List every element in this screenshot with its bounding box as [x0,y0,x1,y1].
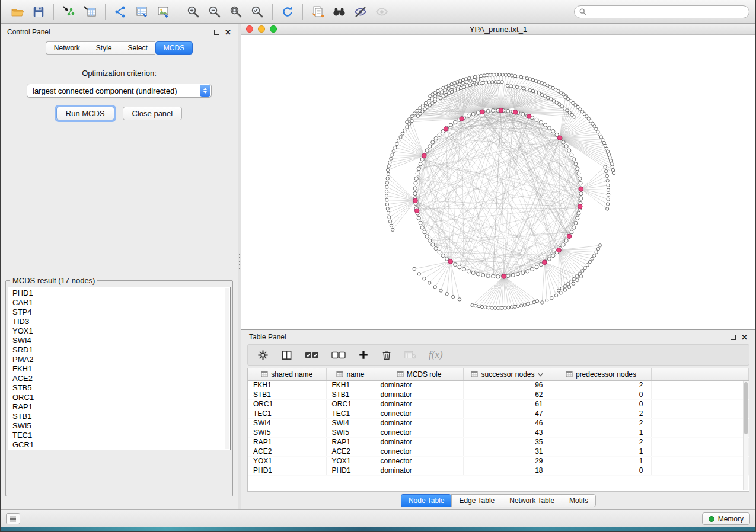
deselect-all-button[interactable] [331,350,346,360]
network-leaf-node[interactable] [606,150,609,153]
network-leaf-node[interactable] [489,73,492,76]
search-box[interactable] [574,5,749,18]
network-leaf-node[interactable] [504,73,507,76]
network-leaf-node[interactable] [572,282,575,285]
result-list-item[interactable]: SWI5 [8,421,230,431]
network-node[interactable] [506,109,510,113]
network-leaf-node[interactable] [425,101,428,104]
network-hub-node[interactable] [557,248,562,252]
network-leaf-node[interactable] [422,104,425,107]
network-node[interactable] [516,273,519,276]
network-leaf-node[interactable] [544,95,547,98]
network-leaf-node[interactable] [554,294,557,297]
network-node[interactable] [441,254,445,257]
tab-network-table[interactable]: Network Table [502,494,562,507]
network-leaf-node[interactable] [477,75,480,78]
network-leaf-node[interactable] [563,289,566,291]
network-leaf-node[interactable] [588,260,591,263]
network-leaf-node[interactable] [403,129,406,132]
network-hub-node[interactable] [422,153,427,158]
network-leaf-node[interactable] [607,188,610,191]
network-leaf-node[interactable] [519,75,522,78]
network-node[interactable] [445,257,449,261]
network-leaf-node[interactable] [595,251,598,254]
network-leaf-node[interactable] [399,136,402,139]
window-close-icon[interactable] [246,25,253,33]
network-node[interactable] [420,226,424,229]
network-node[interactable] [486,109,490,113]
network-node[interactable] [543,123,547,127]
table-row[interactable]: STB1STB1dominator620 [248,390,749,399]
network-leaf-node[interactable] [583,267,586,270]
network-node[interactable] [425,149,429,152]
network-leaf-node[interactable] [410,115,413,118]
network-leaf-node[interactable] [473,79,476,82]
network-leaf-node[interactable] [445,292,448,295]
save-button[interactable] [28,3,49,21]
network-hub-node[interactable] [444,127,448,132]
criterion-select[interactable]: largest connected component (undirected) [27,84,212,98]
network-leaf-node[interactable] [516,305,519,307]
network-node[interactable] [419,221,422,225]
network-leaf-node[interactable] [452,295,455,298]
panel-splitter[interactable] [238,24,241,509]
network-node[interactable] [449,123,452,127]
network-leaf-node[interactable] [523,303,526,306]
network-node[interactable] [414,181,417,185]
close-panel-button[interactable]: Close panel [123,107,183,120]
table-scrollbar[interactable] [743,381,748,490]
network-node[interactable] [535,118,538,121]
result-list-item[interactable]: STB1 [8,412,230,421]
network-leaf-node[interactable] [528,78,531,81]
network-hub-node[interactable] [448,259,453,264]
network-leaf-node[interactable] [491,81,494,84]
network-leaf-node[interactable] [609,159,612,162]
network-leaf-node[interactable] [390,224,393,227]
network-leaf-node[interactable] [453,89,456,92]
network-leaf-node[interactable] [451,85,454,88]
network-node[interactable] [570,153,573,156]
result-list-item[interactable]: YOX1 [8,326,230,336]
network-leaf-node[interactable] [497,80,500,83]
network-leaf-node[interactable] [567,286,570,289]
network-leaf-node[interactable] [520,304,523,307]
network-leaf-node[interactable] [606,207,609,210]
network-leaf-node[interactable] [433,95,436,98]
result-list-item[interactable]: FKH1 [8,364,230,374]
network-node[interactable] [471,112,475,116]
network-leaf-node[interactable] [428,281,431,284]
network-leaf-node[interactable] [581,269,584,272]
network-leaf-node[interactable] [525,77,528,80]
network-leaf-node[interactable] [519,86,522,89]
refresh-view-button[interactable] [277,3,298,21]
panel-list-button[interactable] [6,513,20,524]
network-leaf-node[interactable] [611,165,614,168]
network-leaf-node[interactable] [387,172,390,175]
network-leaf-node[interactable] [606,203,609,206]
network-leaf-node[interactable] [386,177,389,180]
network-leaf-node[interactable] [439,289,442,292]
export-table-button[interactable] [131,3,152,21]
float-panel-icon[interactable] [214,30,219,35]
network-node[interactable] [576,167,579,171]
network-leaf-node[interactable] [522,87,525,90]
zoom-fit-button[interactable] [225,3,247,21]
network-hub-node[interactable] [578,204,583,209]
network-leaf-node[interactable] [486,73,489,76]
close-panel-icon[interactable]: ✕ [225,28,231,36]
network-leaf-node[interactable] [468,84,471,86]
network-leaf-node[interactable] [465,81,468,84]
network-hub-node[interactable] [513,110,518,115]
network-leaf-node[interactable] [525,88,528,91]
network-node[interactable] [577,172,580,175]
network-leaf-node[interactable] [598,244,601,247]
network-leaf-node[interactable] [395,142,398,145]
table-row[interactable]: RAP1RAP1dominator352 [248,437,749,447]
network-leaf-node[interactable] [607,184,610,187]
table-row[interactable]: SWI5SWI5connector431 [248,428,749,437]
result-list-item[interactable]: ACE2 [8,374,230,383]
network-leaf-node[interactable] [490,306,493,309]
table-scrollbar-thumb[interactable] [744,382,748,434]
network-leaf-node[interactable] [390,157,393,160]
window-minimize-icon[interactable] [258,25,265,33]
